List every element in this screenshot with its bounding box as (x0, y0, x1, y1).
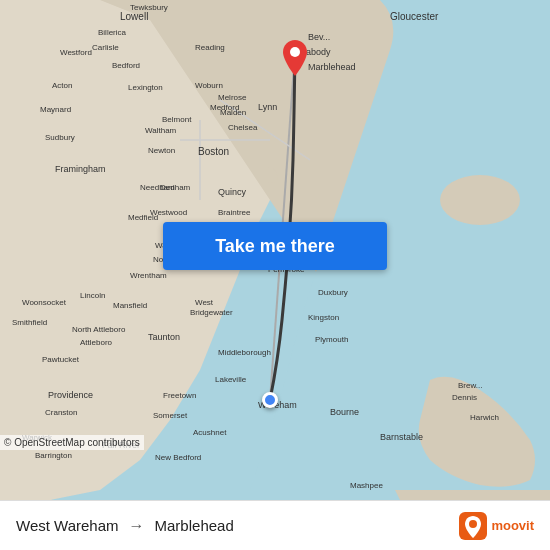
svg-text:Smithfield: Smithfield (12, 318, 47, 327)
svg-text:Lexington: Lexington (128, 83, 163, 92)
svg-text:Mashpee: Mashpee (350, 481, 383, 490)
svg-text:Marblehead: Marblehead (308, 62, 356, 72)
svg-text:Lakeville: Lakeville (215, 375, 247, 384)
svg-text:New Bedford: New Bedford (155, 453, 201, 462)
svg-text:Westford: Westford (60, 48, 92, 57)
svg-text:West: West (195, 298, 214, 307)
svg-text:Needham: Needham (140, 183, 175, 192)
map-attribution: © OpenStreetMap contributors (0, 435, 144, 450)
svg-text:Framingham: Framingham (55, 164, 106, 174)
svg-text:Middleborough: Middleborough (218, 348, 271, 357)
svg-point-4 (440, 175, 520, 225)
svg-text:Freetown: Freetown (163, 391, 196, 400)
svg-text:Braintree: Braintree (218, 208, 251, 217)
moovit-text: moovit (491, 518, 534, 533)
svg-text:Woburn: Woburn (195, 81, 223, 90)
svg-text:Bridgewater: Bridgewater (190, 308, 233, 317)
svg-text:Barrington: Barrington (35, 451, 72, 460)
arrow-icon: → (129, 517, 145, 535)
svg-text:Reading: Reading (195, 43, 225, 52)
svg-text:Billerica: Billerica (98, 28, 127, 37)
svg-text:Taunton: Taunton (148, 332, 180, 342)
svg-text:Woonsocket: Woonsocket (22, 298, 67, 307)
svg-text:North Attleboro: North Attleboro (72, 325, 126, 334)
svg-text:Tewksbury: Tewksbury (130, 3, 168, 12)
svg-text:Brew...: Brew... (458, 381, 482, 390)
svg-text:Lynn: Lynn (258, 102, 277, 112)
svg-text:Bedford: Bedford (112, 61, 140, 70)
svg-text:Gloucester: Gloucester (390, 11, 439, 22)
svg-text:Pawtucket: Pawtucket (42, 355, 80, 364)
origin-marker (262, 392, 278, 408)
svg-text:Bev...: Bev... (308, 32, 330, 42)
svg-text:Sudbury: Sudbury (45, 133, 75, 142)
svg-text:Somerset: Somerset (153, 411, 188, 420)
svg-text:Acton: Acton (52, 81, 72, 90)
svg-text:Melrose: Melrose (218, 93, 247, 102)
take-me-there-button[interactable]: Take me there (163, 222, 387, 270)
svg-text:Medfield: Medfield (128, 213, 158, 222)
svg-point-80 (469, 520, 477, 528)
moovit-logo: moovit (459, 512, 534, 540)
svg-text:Chelsea: Chelsea (228, 123, 258, 132)
svg-text:Duxbury: Duxbury (318, 288, 348, 297)
svg-text:Lowell: Lowell (120, 11, 148, 22)
svg-text:Wrentham: Wrentham (130, 271, 167, 280)
svg-text:Bourne: Bourne (330, 407, 359, 417)
svg-text:Harwich: Harwich (470, 413, 499, 422)
svg-text:Dennis: Dennis (452, 393, 477, 402)
svg-text:Acushnet: Acushnet (193, 428, 227, 437)
svg-text:Belmont: Belmont (162, 115, 192, 124)
svg-text:Boston: Boston (198, 146, 229, 157)
svg-text:Lincoln: Lincoln (80, 291, 105, 300)
svg-text:Carlisle: Carlisle (92, 43, 119, 52)
svg-text:Cranston: Cranston (45, 408, 77, 417)
svg-point-78 (290, 47, 300, 57)
bottom-bar: West Wareham → Marblehead moovit (0, 500, 550, 550)
svg-text:Waltham: Waltham (145, 126, 177, 135)
svg-text:Maynard: Maynard (40, 105, 71, 114)
svg-text:Mansfield: Mansfield (113, 301, 147, 310)
map-container: Gloucester Lowell Peabody Marblehead Bos… (0, 0, 550, 500)
from-location: West Wareham (16, 517, 119, 534)
destination-marker (283, 40, 307, 80)
svg-text:Plymouth: Plymouth (315, 335, 348, 344)
moovit-icon (459, 512, 487, 540)
to-location: Marblehead (155, 517, 234, 534)
svg-text:Barnstable: Barnstable (380, 432, 423, 442)
svg-text:Providence: Providence (48, 390, 93, 400)
svg-text:Quincy: Quincy (218, 187, 247, 197)
svg-text:Kingston: Kingston (308, 313, 339, 322)
svg-text:Newton: Newton (148, 146, 175, 155)
svg-text:Attleboro: Attleboro (80, 338, 113, 347)
svg-text:Malden: Malden (220, 108, 246, 117)
